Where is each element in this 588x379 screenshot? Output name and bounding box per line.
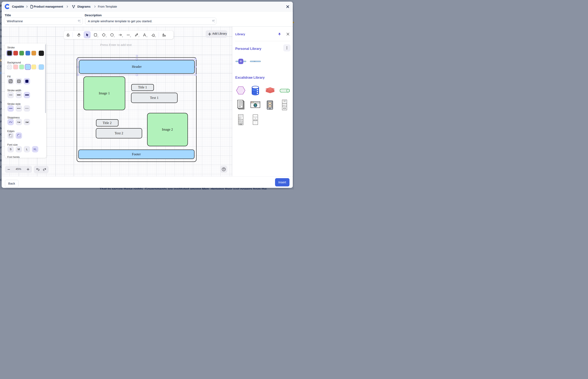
svg-text:text@mail.com: text@mail.com	[283, 103, 286, 104]
svg-text:Onboarding: Onboarding	[254, 116, 257, 117]
svg-text:Sign in: Sign in	[284, 108, 286, 109]
svg-text:text: text	[239, 118, 240, 118]
svg-text:* * * *: * * * *	[283, 106, 285, 107]
svg-text:Login: Login	[283, 100, 286, 102]
svg-text:* * * *: * * * *	[239, 121, 241, 122]
svg-text:Password: Password	[283, 105, 285, 106]
svg-text:text@mail.com: text@mail.com	[239, 119, 242, 120]
svg-text:Sign in instead: Sign in instead	[254, 123, 257, 123]
svg-text:Create: Create	[240, 124, 242, 125]
svg-text:* * * *: * * * *	[239, 123, 241, 124]
svg-text:Email: Email	[239, 119, 240, 119]
svg-text:Get Started: Get Started	[254, 120, 257, 121]
svg-text:forgot password?: forgot password?	[283, 107, 286, 108]
svg-text:Page: Page	[254, 118, 256, 119]
svg-text:Confirm Password: Confirm Password	[239, 122, 242, 123]
svg-text:Register: Register	[238, 116, 243, 116]
svg-text:- - - or - - -: - - - or - - -	[254, 122, 257, 122]
svg-text:Password: Password	[239, 121, 241, 121]
svg-text:Email/Username: Email/Username	[283, 103, 286, 103]
